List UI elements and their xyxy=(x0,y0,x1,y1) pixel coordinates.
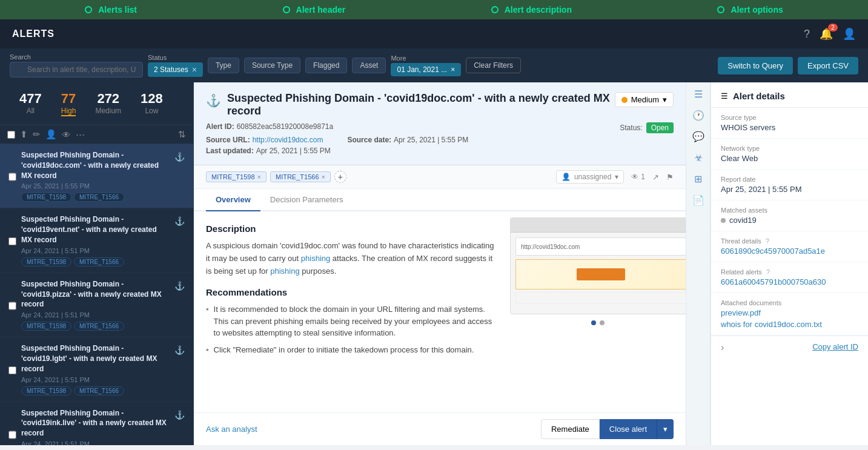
header-icons: ? 🔔 2 👤 xyxy=(804,27,856,41)
clear-filters-btn[interactable]: Clear Filters xyxy=(466,58,521,73)
document-icon[interactable]: 📄 xyxy=(692,194,704,206)
tag-chip-2-close[interactable]: × xyxy=(322,173,325,180)
more-icon[interactable]: ⋯ xyxy=(76,129,85,140)
alert-item[interactable]: Suspected Phishing Domain - 'covid19.piz… xyxy=(0,273,193,337)
status-chip[interactable]: 2 Statuses × xyxy=(148,62,203,77)
stat-medium[interactable]: 272 Medium xyxy=(85,88,131,119)
attached-docs-label: Attached documents xyxy=(721,299,858,306)
phishing-link-1[interactable]: phishing xyxy=(301,254,330,263)
edit-icon[interactable]: ✏ xyxy=(33,129,41,140)
eye-icon[interactable]: 👁 xyxy=(62,130,71,140)
flagged-filter-btn[interactable]: Flagged xyxy=(305,58,347,73)
date-chip-clear[interactable]: × xyxy=(451,65,455,74)
switch-query-btn[interactable]: Switch to Query xyxy=(718,57,793,74)
alert-tags: MITRE_T1598 MITRE_T1566 xyxy=(21,257,170,266)
search-label: Search xyxy=(10,53,143,61)
related-alerts-section: Related alerts ? 6061a60045791b000750a63… xyxy=(711,262,868,293)
stat-all[interactable]: 477 All xyxy=(10,88,51,119)
alert-item[interactable]: Suspected Phishing Domain - 'covid19ink.… xyxy=(0,402,193,445)
status-chip-clear[interactable]: × xyxy=(192,65,197,74)
doc1-link[interactable]: preview.pdf xyxy=(721,308,858,317)
date-chip[interactable]: 01 Jan, 2021 ... × xyxy=(391,63,461,76)
alert-tabs: Overview Decision Parameters xyxy=(194,189,686,211)
user-assign-icon[interactable]: 👤 xyxy=(45,129,57,140)
phishing-link-2[interactable]: phishing xyxy=(270,266,299,276)
screenshot-bar xyxy=(511,218,686,233)
high-count: 77 xyxy=(61,91,76,107)
share-icon[interactable]: ↗ xyxy=(652,173,659,182)
related-alerts-link[interactable]: 6061a60045791b000750a630 xyxy=(721,277,826,286)
help-icon[interactable]: ? xyxy=(804,28,810,41)
source-date-group: Source date: Apr 25, 2021 | 5:55 PM xyxy=(347,136,468,144)
list-icon[interactable]: ☰ xyxy=(694,88,703,100)
sort-icon[interactable]: ⇅ xyxy=(178,129,186,140)
alert-title-row: ⚓ Suspected Phishing Domain - 'covid19do… xyxy=(206,92,674,117)
alert-checkbox[interactable] xyxy=(8,410,16,445)
network-type-section: Network type Clear Web xyxy=(711,139,868,170)
add-tag-btn[interactable]: + xyxy=(334,171,346,183)
tab-decision-params[interactable]: Decision Parameters xyxy=(260,189,353,211)
alert-item[interactable]: Suspected Phishing Domain - 'covid19doc.… xyxy=(0,144,193,208)
remediate-btn[interactable]: Remediate xyxy=(541,419,600,439)
panel-title: Alert details xyxy=(733,91,785,101)
doc2-link[interactable]: whois for covid19doc.com.txt xyxy=(721,320,858,329)
asset-filter-btn[interactable]: Asset xyxy=(352,58,386,73)
annotation-alert-description: Alert description xyxy=(491,5,572,15)
clock-icon[interactable]: 🕐 xyxy=(692,110,704,121)
user-icon[interactable]: 👤 xyxy=(843,27,856,41)
notification-badge: 2 xyxy=(828,24,838,31)
status-open-badge: Open xyxy=(646,122,674,133)
attached-docs-section: Attached documents preview.pdf whois for… xyxy=(711,293,868,336)
stat-low[interactable]: 128 Low xyxy=(131,88,173,119)
annotation-bar: Alerts list Alert header Alert descripti… xyxy=(0,0,868,19)
alert-main: ⚓ Suspected Phishing Domain - 'covid19do… xyxy=(194,82,686,445)
assign-select[interactable]: 👤 unassigned ▾ xyxy=(556,170,624,184)
nav-dot-2[interactable] xyxy=(600,320,605,325)
ask-analyst-link[interactable]: Ask an analyst xyxy=(206,425,257,434)
last-updated-group: Last updated: Apr 25, 2021 | 5:55 PM xyxy=(206,147,331,155)
alert-screenshot: http://covid19doc.com xyxy=(510,217,686,314)
tag-chip-1-close[interactable]: × xyxy=(257,173,261,180)
alert-checkbox[interactable] xyxy=(8,216,16,266)
source-type-filter-btn[interactable]: Source Type xyxy=(244,58,300,73)
screenshot-area: http://covid19doc.com xyxy=(510,217,686,412)
nav-dot-1[interactable] xyxy=(591,320,596,325)
source-url-link[interactable]: http://covid19doc.com xyxy=(253,136,323,144)
tab-overview[interactable]: Overview xyxy=(206,189,260,211)
type-filter-btn[interactable]: Type xyxy=(208,58,239,73)
notifications-icon[interactable]: 🔔 2 xyxy=(820,27,833,41)
alerts-list: Suspected Phishing Domain - 'covid19doc.… xyxy=(0,144,193,445)
alert-item[interactable]: Suspected Phishing Domain - 'covid19.lgb… xyxy=(0,337,193,402)
footer-buttons: Remediate Close alert ▾ xyxy=(541,419,674,439)
alert-checkbox[interactable] xyxy=(8,152,16,202)
search-wrap: 🔍 xyxy=(10,62,143,78)
stat-high[interactable]: 77 High xyxy=(51,88,86,119)
close-alert-btn[interactable]: Close alert xyxy=(600,419,657,439)
plus-square-icon[interactable]: ⊞ xyxy=(694,173,702,185)
biohazard-icon[interactable]: ☣ xyxy=(694,152,703,164)
alert-checkbox[interactable] xyxy=(8,281,16,331)
report-date-value: Apr 25, 2021 | 5:55 PM xyxy=(721,185,858,194)
comment-icon[interactable]: 💬 xyxy=(692,131,704,142)
tag-mitre2: MITRE_T1566 xyxy=(74,257,124,266)
alert-date: Apr 24, 2021 | 5:51 PM xyxy=(21,311,170,319)
close-alert-dropdown-btn[interactable]: ▾ xyxy=(657,419,674,439)
expand-icon[interactable]: › xyxy=(721,342,724,353)
tag-chip-1[interactable]: MITRE_T1598 × xyxy=(206,171,267,182)
alert-checkbox[interactable] xyxy=(8,345,16,395)
copy-alert-id-link[interactable]: Copy alert ID xyxy=(812,342,858,353)
search-input[interactable] xyxy=(10,62,143,78)
export-csv-btn[interactable]: Export CSV xyxy=(798,57,858,74)
alert-footer: Ask an analyst Remediate Close alert ▾ xyxy=(194,412,686,445)
alert-item[interactable]: Suspected Phishing Domain - 'covid19vent… xyxy=(0,208,193,273)
tag-mitre1: MITRE_T1598 xyxy=(21,193,71,202)
select-all-checkbox[interactable] xyxy=(7,131,15,139)
flag-icon[interactable]: ⚑ xyxy=(666,173,674,182)
severity-badge[interactable]: Medium ▾ xyxy=(615,92,674,107)
threat-details-link[interactable]: 6061890c9c45970007ad5a1e xyxy=(721,247,825,256)
tag-chip-2[interactable]: MITRE_T1566 × xyxy=(270,171,331,182)
detail-panel-wrap: ☰ 🕐 💬 ☣ ⊞ 📄 ☰ Alert details Source type … xyxy=(686,82,868,445)
upload-icon[interactable]: ⬆ xyxy=(20,129,28,140)
app-header: ALERTS ? 🔔 2 👤 xyxy=(0,19,868,48)
source-url-group: Source URL: http://covid19doc.com xyxy=(206,136,323,144)
